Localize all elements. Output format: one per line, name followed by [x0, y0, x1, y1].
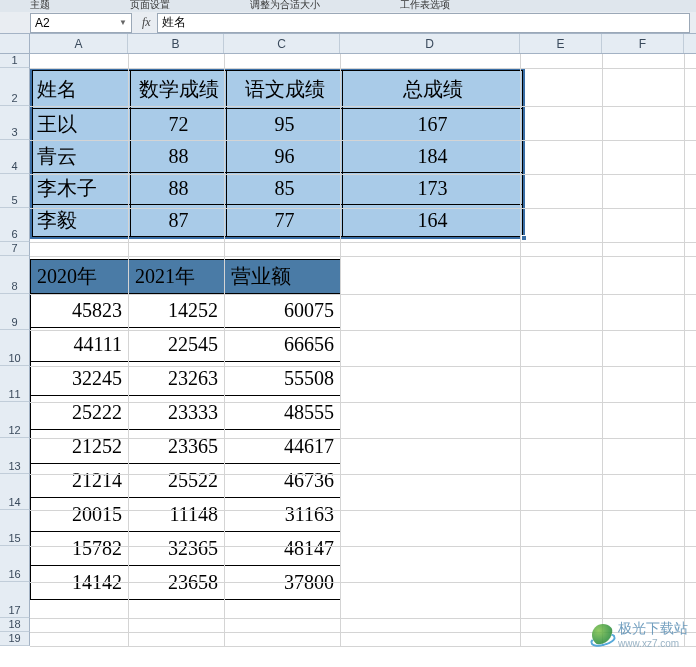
col-header-A[interactable]: A: [30, 34, 128, 53]
rev-cell[interactable]: 48147: [225, 532, 341, 566]
rev-header-2020[interactable]: 2020年: [31, 260, 129, 294]
cell-total[interactable]: 184: [343, 141, 523, 173]
table-row: 200151114831163: [31, 498, 341, 532]
rev-header-total[interactable]: 营业额: [225, 260, 341, 294]
row-header-10[interactable]: 10: [0, 330, 30, 366]
rev-cell[interactable]: 44617: [225, 430, 341, 464]
cell-chinese[interactable]: 85: [227, 173, 343, 205]
cell-total[interactable]: 164: [343, 205, 523, 237]
grades-header-chinese[interactable]: 语文成绩: [227, 71, 343, 109]
column-headers: A B C D E F: [0, 34, 696, 54]
row-header-16[interactable]: 16: [0, 546, 30, 582]
rev-cell[interactable]: 25222: [31, 396, 129, 430]
col-header-C[interactable]: C: [224, 34, 340, 53]
rev-cell[interactable]: 48555: [225, 396, 341, 430]
cell-math[interactable]: 88: [131, 141, 227, 173]
row-header-6[interactable]: 6: [0, 208, 30, 242]
cell-name[interactable]: 李木子: [33, 173, 131, 205]
row-header-8[interactable]: 8: [0, 256, 30, 294]
row-header-2[interactable]: 2: [0, 68, 30, 106]
row-header-5[interactable]: 5: [0, 174, 30, 208]
grades-header-total[interactable]: 总成绩: [343, 71, 523, 109]
rev-cell[interactable]: 31163: [225, 498, 341, 532]
rev-cell[interactable]: 22545: [129, 328, 225, 362]
rev-cell[interactable]: 14252: [129, 294, 225, 328]
rev-cell[interactable]: 23333: [129, 396, 225, 430]
rev-header-2021[interactable]: 2021年: [129, 260, 225, 294]
cell-name[interactable]: 青云: [33, 141, 131, 173]
rev-cell[interactable]: 23365: [129, 430, 225, 464]
row-header-1[interactable]: 1: [0, 54, 30, 68]
watermark-url: www.xz7.com: [618, 638, 688, 649]
table-row: 157823236548147: [31, 532, 341, 566]
formula-bar[interactable]: 姓名: [157, 13, 690, 33]
ribbon-tab-pagesetup[interactable]: 页面设置: [130, 0, 170, 12]
grades-table: 姓名 数学成绩 语文成绩 总成绩 王以 72 95 167 青云 88: [32, 70, 523, 237]
ribbon-tab-theme[interactable]: 主题: [30, 0, 50, 12]
rev-cell[interactable]: 25522: [129, 464, 225, 498]
cell-chinese[interactable]: 96: [227, 141, 343, 173]
ribbon-tab-sheetopts[interactable]: 工作表选项: [400, 0, 450, 12]
rev-cell[interactable]: 21252: [31, 430, 129, 464]
rev-cell[interactable]: 60075: [225, 294, 341, 328]
ribbon-tab-scale[interactable]: 调整为合适大小: [250, 0, 320, 12]
rev-cell[interactable]: 15782: [31, 532, 129, 566]
cell-chinese[interactable]: 95: [227, 109, 343, 141]
rev-cell[interactable]: 46736: [225, 464, 341, 498]
row-header-13[interactable]: 13: [0, 438, 30, 474]
row-header-11[interactable]: 11: [0, 366, 30, 402]
gridline-h: [30, 68, 696, 69]
table-row: 李毅 87 77 164: [33, 205, 523, 237]
cell-chinese[interactable]: 77: [227, 205, 343, 237]
name-box[interactable]: A2 ▼: [30, 13, 132, 33]
cell-math[interactable]: 87: [131, 205, 227, 237]
cell-math[interactable]: 72: [131, 109, 227, 141]
rev-cell[interactable]: 44111: [31, 328, 129, 362]
select-all-corner[interactable]: [0, 34, 30, 53]
table-row: 212522336544617: [31, 430, 341, 464]
cells-area[interactable]: 姓名 数学成绩 语文成绩 总成绩 王以 72 95 167 青云 88: [30, 54, 696, 646]
row-header-19[interactable]: 19: [0, 632, 30, 646]
gridline-v: [224, 54, 225, 646]
row-header-18[interactable]: 18: [0, 618, 30, 632]
grades-header-name[interactable]: 姓名: [33, 71, 131, 109]
selection-fill-handle[interactable]: [521, 235, 527, 241]
gridline-h: [30, 256, 696, 257]
fx-icon[interactable]: fx: [142, 15, 151, 30]
col-header-E[interactable]: E: [520, 34, 602, 53]
cell-name[interactable]: 李毅: [33, 205, 131, 237]
formula-bar-row: A2 ▼ fx 姓名: [0, 12, 696, 34]
cell-total[interactable]: 173: [343, 173, 523, 205]
rev-cell[interactable]: 11148: [129, 498, 225, 532]
rev-cell[interactable]: 66656: [225, 328, 341, 362]
cell-name[interactable]: 王以: [33, 109, 131, 141]
row-header-4[interactable]: 4: [0, 140, 30, 174]
row-header-14[interactable]: 14: [0, 474, 30, 510]
row-header-7[interactable]: 7: [0, 242, 30, 256]
col-header-F[interactable]: F: [602, 34, 684, 53]
col-header-D[interactable]: D: [340, 34, 520, 53]
grades-header-math[interactable]: 数学成绩: [131, 71, 227, 109]
gridline-h: [30, 402, 696, 403]
row-header-3[interactable]: 3: [0, 106, 30, 140]
cell-math[interactable]: 88: [131, 173, 227, 205]
col-header-B[interactable]: B: [128, 34, 224, 53]
cell-total[interactable]: 167: [343, 109, 523, 141]
rev-cell[interactable]: 32365: [129, 532, 225, 566]
row-headers: 12345678910111213141516171819: [0, 54, 30, 646]
rev-cell[interactable]: 21214: [31, 464, 129, 498]
gridline-h: [30, 242, 696, 243]
watermark: 极光下载站 www.xz7.com: [592, 620, 688, 649]
name-box-dropdown-icon[interactable]: ▼: [119, 18, 127, 27]
rev-cell[interactable]: 45823: [31, 294, 129, 328]
row-header-15[interactable]: 15: [0, 510, 30, 546]
table-row: 441112254566656: [31, 328, 341, 362]
gridline-h: [30, 582, 696, 583]
row-header-9[interactable]: 9: [0, 294, 30, 330]
row-header-17[interactable]: 17: [0, 582, 30, 618]
row-header-12[interactable]: 12: [0, 402, 30, 438]
table-row: 212142552246736: [31, 464, 341, 498]
table-row: 姓名 数学成绩 语文成绩 总成绩: [33, 71, 523, 109]
spreadsheet-grid[interactable]: A B C D E F 1234567891011121314151617181…: [0, 34, 696, 646]
rev-cell[interactable]: 20015: [31, 498, 129, 532]
